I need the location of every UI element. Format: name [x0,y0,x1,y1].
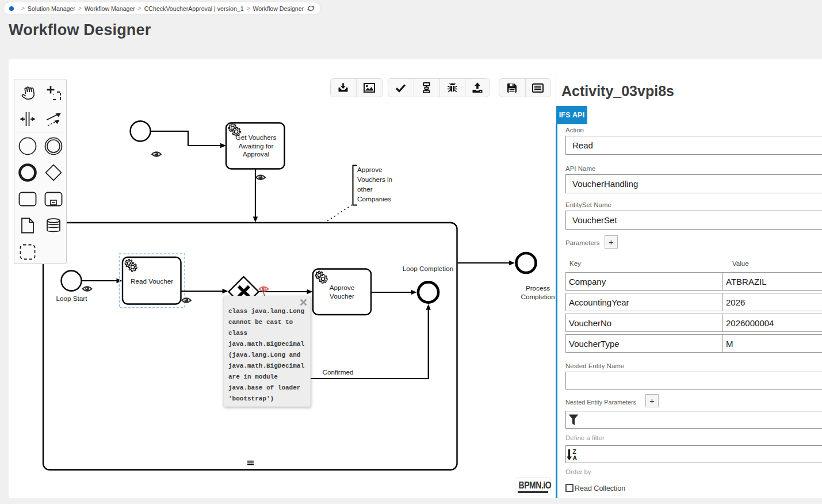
svg-text:other: other [357,185,373,193]
svg-text:A: A [573,455,578,461]
svg-text:Voucher: Voucher [330,292,354,300]
svg-text:Get Vouchers: Get Vouchers [236,133,277,141]
svg-text:Read Voucher: Read Voucher [131,277,173,285]
svg-text:Confirmed: Confirmed [323,368,354,376]
svg-text:Approval: Approval [243,150,269,158]
svg-text:Loop Start: Loop Start [56,295,88,302]
svg-text:Loop Completion: Loop Completion [403,265,453,272]
svg-text:Awaiting for: Awaiting for [239,142,274,150]
svg-text:Companies: Companies [357,195,391,203]
svg-text:Vouchers in: Vouchers in [357,175,392,183]
svg-text:Completion: Completion [521,293,555,300]
svg-text:Approve: Approve [357,166,383,173]
svg-text:Approve: Approve [330,284,355,291]
svg-text:Process: Process [526,284,550,292]
